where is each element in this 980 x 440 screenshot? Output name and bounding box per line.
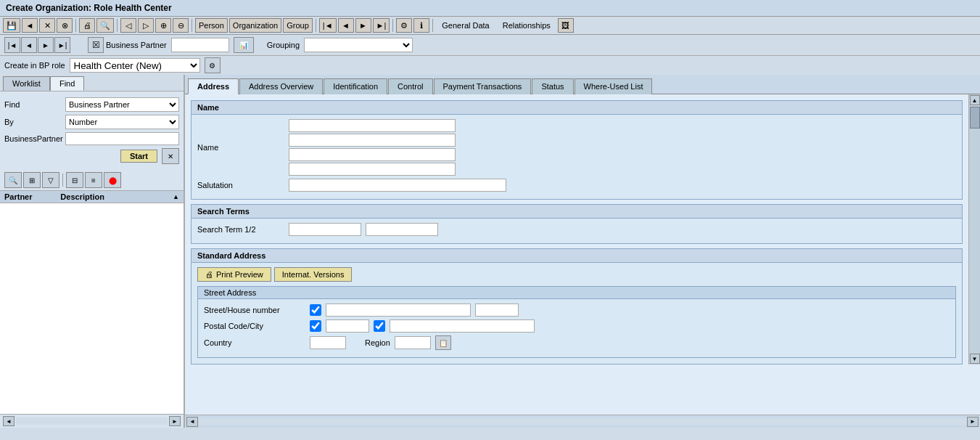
prev-nav-btn[interactable]: ◄ — [21, 37, 37, 53]
filter-icon-btn[interactable]: ▽ — [42, 172, 59, 188]
group-tab[interactable]: Group — [283, 18, 313, 33]
postal-checkbox-2[interactable] — [374, 320, 385, 332]
scroll-right-btn[interactable]: ► — [169, 416, 181, 426]
worklist-tab[interactable]: Worklist — [3, 76, 50, 91]
salutation-input[interactable] — [289, 179, 506, 192]
bp-input[interactable] — [171, 38, 229, 52]
start-button[interactable]: Start — [120, 150, 157, 163]
tab-identification[interactable]: Identification — [324, 78, 387, 94]
bp-role-config-btn[interactable]: ⚙ — [205, 57, 221, 73]
bp-find-label: BusinessPartner — [4, 134, 62, 143]
name-section-content: Name Salutation — [192, 115, 962, 199]
nav-btn-group: |◄ ◄ ► ►| — [4, 37, 70, 53]
general-data-tab[interactable]: General Data — [436, 20, 495, 31]
postal-code-input[interactable] — [326, 319, 369, 333]
region-input[interactable] — [395, 336, 431, 349]
tab-where-used-list[interactable]: Where-Used List — [575, 78, 653, 94]
icon-sep — [62, 174, 63, 187]
street-checkbox[interactable] — [310, 304, 321, 316]
print-button[interactable]: 🖨 — [79, 18, 95, 33]
std-addr-title: Standard Address — [192, 249, 962, 263]
vscroll-up-btn[interactable]: ▲ — [970, 95, 980, 105]
bp-checkbox: ☒ Business Partner — [88, 37, 167, 53]
name-input-4[interactable] — [289, 163, 456, 176]
new-button[interactable]: ◁ — [120, 18, 136, 33]
h-scroll-left-btn[interactable]: ◄ — [186, 417, 198, 427]
search-term-1-input[interactable] — [289, 223, 361, 236]
search-term-row: Search Term 1/2 — [197, 223, 956, 236]
tab-control[interactable]: Control — [388, 78, 432, 94]
nav-first-button[interactable]: |◄ — [319, 18, 337, 33]
save-button[interactable]: 💾 — [3, 18, 20, 33]
std-addr-buttons: 🖨 Print Preview Internat. Versions — [192, 263, 962, 286]
next-nav-btn[interactable]: ► — [38, 37, 54, 53]
content-with-scroll: Name Name — [185, 94, 980, 364]
name-input-2[interactable] — [289, 134, 456, 147]
find-section: Find Business Partner By Number Business… — [0, 91, 184, 170]
scroll-left-btn[interactable]: ◄ — [3, 416, 15, 426]
exit-button[interactable]: ✕ — [39, 18, 55, 33]
find-tab[interactable]: Find — [50, 76, 84, 91]
first-nav-btn[interactable]: |◄ — [4, 37, 20, 53]
nav-last-button[interactable]: ►| — [373, 18, 390, 33]
desc-col-header: Description — [60, 192, 173, 201]
worklist-tabs: Worklist Find — [0, 75, 184, 91]
bp-checkbox-btn[interactable]: ☒ — [88, 37, 104, 53]
partner-list[interactable] — [0, 203, 184, 414]
sep2 — [117, 19, 118, 32]
house-number-input[interactable] — [475, 303, 519, 317]
h-scroll-right-btn[interactable]: ► — [967, 417, 979, 427]
config-button[interactable]: ⚙ — [396, 18, 412, 33]
bp-label: Business Partner — [106, 41, 167, 49]
right-panel: Address Address Overview Identification … — [185, 75, 980, 428]
name-input-1[interactable] — [289, 119, 456, 132]
nav-next-button[interactable]: ► — [355, 18, 371, 33]
color-icon-btn[interactable]: ⬤ — [104, 172, 121, 188]
street-house-label: Street/House number — [204, 306, 305, 314]
tab-status[interactable]: Status — [532, 78, 573, 94]
table-icon-btn[interactable]: ⊞ — [23, 172, 41, 188]
street-input[interactable] — [326, 303, 471, 317]
bp-lookup-btn[interactable]: 📊 — [234, 37, 254, 53]
nav2-button[interactable]: ▷ — [138, 18, 154, 33]
city-input[interactable] — [390, 319, 535, 333]
relationships-tab[interactable]: Relationships — [497, 20, 556, 31]
last-nav-btn[interactable]: ►| — [54, 37, 70, 53]
org-tab[interactable]: Organization — [229, 18, 281, 33]
back-button[interactable]: ◄ — [22, 18, 38, 33]
country-input[interactable] — [310, 336, 346, 349]
tab-address[interactable]: Address — [188, 78, 239, 94]
find-select[interactable]: Business Partner — [65, 97, 179, 112]
nav4-button[interactable]: ⊖ — [173, 18, 189, 33]
find-button[interactable]: 🔍 — [96, 18, 114, 33]
sep3 — [192, 19, 192, 32]
cancel-button[interactable]: ⊗ — [57, 18, 73, 33]
vscroll-area: ▲ ▼ — [968, 94, 980, 364]
grouping-select[interactable] — [304, 38, 413, 52]
vscroll-down-btn[interactable]: ▼ — [970, 354, 980, 364]
country-region-row: Country Region 📋 — [204, 335, 950, 350]
person-tab[interactable]: Person — [195, 18, 228, 33]
tab-address-overview[interactable]: Address Overview — [239, 78, 323, 94]
settings-button[interactable]: 🖼 — [558, 18, 574, 33]
grid-icon-btn[interactable]: ⊟ — [66, 172, 83, 188]
bp-find-input[interactable] — [65, 132, 179, 145]
bp-role-select[interactable]: Health Center (New) — [70, 58, 200, 73]
postal-checkbox-1[interactable] — [310, 320, 321, 332]
list-icon-btn[interactable]: ≡ — [85, 172, 102, 188]
print-preview-button[interactable]: 🖨 Print Preview — [197, 267, 271, 282]
nav-prev-button[interactable]: ◄ — [338, 18, 354, 33]
name-label: Name — [197, 143, 284, 152]
sort-icon[interactable]: ▲ — [173, 193, 179, 200]
internat-versions-button[interactable]: Internat. Versions — [274, 267, 353, 282]
clear-button[interactable]: ✕ — [162, 148, 179, 164]
region-lookup-btn[interactable]: 📋 — [435, 335, 451, 350]
print-icon: 🖨 — [205, 270, 213, 279]
search-icon-btn[interactable]: 🔍 — [4, 172, 22, 188]
search-term-2-input[interactable] — [366, 223, 438, 236]
nav3-button[interactable]: ⊕ — [155, 18, 171, 33]
info-button[interactable]: ℹ — [413, 18, 429, 33]
name-input-3[interactable] — [289, 148, 456, 161]
by-select[interactable]: Number — [65, 115, 179, 129]
tab-payment-transactions[interactable]: Payment Transactions — [434, 78, 532, 94]
